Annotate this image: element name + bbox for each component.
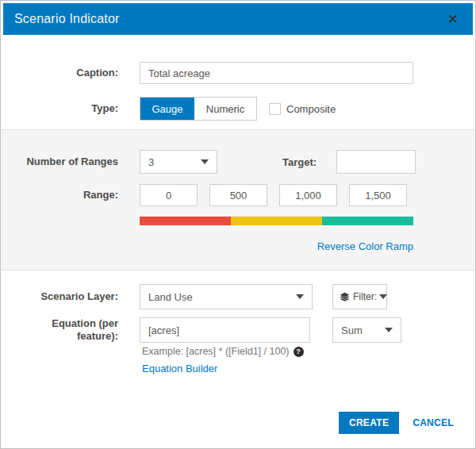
equation-builder-link[interactable]: Equation Builder — [142, 363, 217, 374]
aggregation-value: Sum — [341, 324, 363, 336]
range-label: Range: — [1, 189, 118, 201]
chevron-down-icon — [385, 328, 393, 332]
caption-row: Caption: — [1, 62, 475, 84]
dialog-title: Scenario Indicator — [14, 12, 120, 26]
range-input[interactable] — [140, 184, 198, 206]
equation-example-text: Example: [acres] * ([Field1] / 100) — [142, 346, 290, 357]
ramp-segment-green — [322, 217, 413, 225]
filter-label: Filter: — [353, 291, 377, 302]
composite-checkbox[interactable] — [269, 103, 281, 115]
number-of-ranges-dropdown[interactable]: 3 — [140, 150, 217, 174]
number-of-ranges-label: Number of Ranges — [1, 155, 118, 168]
scenario-indicator-dialog: Scenario Indicator ✕ Caption: Type: Gaug… — [0, 0, 476, 449]
create-button[interactable]: CREATE — [339, 412, 399, 434]
close-icon[interactable]: ✕ — [444, 11, 462, 28]
type-option-gauge[interactable]: Gauge — [140, 98, 194, 120]
equation-row: Equation (per feature): Sum — [1, 317, 475, 343]
ranges-section: Number of Ranges 3 Target: Range: Revers… — [1, 129, 475, 271]
scenario-layer-value: Land Use — [148, 291, 193, 303]
target-label: Target: — [282, 156, 317, 168]
type-segmented-control: Gauge Numeric — [140, 97, 257, 121]
target-input[interactable] — [336, 150, 416, 174]
range-row: Range: — [1, 184, 475, 206]
caption-input[interactable] — [140, 62, 413, 84]
scenario-layer-label: Scenario Layer: — [1, 290, 118, 303]
number-of-ranges-value: 3 — [148, 156, 154, 168]
color-ramp — [140, 217, 413, 225]
ramp-segment-red — [140, 217, 231, 225]
chevron-down-icon — [201, 159, 209, 164]
dialog-footer: CREATE CANCEL — [339, 412, 454, 434]
type-option-numeric[interactable]: Numeric — [194, 98, 256, 120]
layers-icon — [340, 292, 350, 302]
range-input[interactable] — [349, 184, 407, 206]
scenario-layer-row: Scenario Layer: Land Use Filter: — [1, 284, 475, 309]
number-of-ranges-row: Number of Ranges 3 Target: — [1, 150, 475, 174]
reverse-color-ramp-link[interactable]: Reverse Color Ramp — [317, 240, 413, 252]
range-input[interactable] — [279, 184, 337, 206]
caption-label: Caption: — [1, 67, 118, 79]
type-row: Type: Gauge Numeric Composite — [1, 97, 475, 121]
equation-example-row: Example: [acres] * ([Field1] / 100) ? — [142, 346, 475, 357]
scenario-layer-dropdown[interactable]: Land Use — [140, 284, 313, 309]
equation-input[interactable] — [140, 317, 310, 343]
chevron-down-icon — [296, 294, 304, 299]
range-input[interactable] — [209, 184, 267, 206]
filter-button[interactable]: Filter: — [332, 284, 387, 309]
equation-label: Equation (per feature): — [1, 317, 118, 343]
type-label: Type: — [1, 102, 118, 115]
reverse-color-ramp-row: Reverse Color Ramp — [140, 239, 413, 253]
aggregation-dropdown[interactable]: Sum — [332, 317, 401, 343]
help-icon[interactable]: ? — [294, 347, 304, 357]
equation-builder-row: Equation Builder — [142, 361, 475, 375]
dialog-header: Scenario Indicator ✕ — [3, 3, 473, 35]
ramp-segment-yellow — [231, 217, 322, 225]
cancel-button[interactable]: CANCEL — [413, 417, 454, 428]
composite-label: Composite — [286, 103, 336, 115]
chevron-down-icon — [379, 294, 387, 299]
